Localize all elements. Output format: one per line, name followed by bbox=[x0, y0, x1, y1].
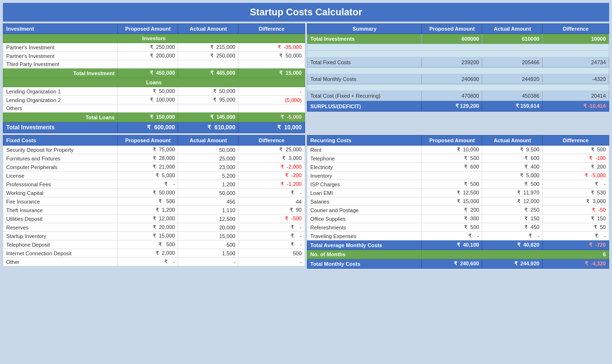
rc-avg-diff: ₹ -720 bbox=[543, 240, 609, 250]
rc-col2: Proposed Amount bbox=[422, 136, 482, 146]
investor1-proposed: ₹ 250,000 bbox=[118, 43, 178, 52]
total-investments-label: Total Investments bbox=[3, 122, 118, 133]
rc-col3: Actual Amount bbox=[482, 136, 543, 146]
table-row: Refereshments ₹ 500 ₹ 450 ₹ 50 bbox=[307, 223, 609, 232]
fc-col2: Proposed Amount bbox=[118, 136, 178, 146]
total-monthly-label: Total Monthly Costs bbox=[307, 259, 422, 269]
no-months-value: 6 bbox=[422, 250, 609, 259]
loan1-actual: ₹ 50,000 bbox=[178, 87, 238, 96]
table-row: Inventory ₹ 5,000 ₹ -5,000 bbox=[307, 171, 609, 180]
table-row: Loan EMI ₹ 12,500 ₹ 11,970 ₹ 530 bbox=[307, 189, 609, 197]
fc-col1: Fixed Costs bbox=[3, 136, 118, 146]
total-loans-row: Total Loans ₹ 150,000 ₹ 145,000 ₹ -5,000 bbox=[3, 113, 305, 122]
rc-avg-label: Total Average Monthly Costs bbox=[307, 240, 422, 250]
rc-total-avg-row: Total Average Monthly Costs ₹ 40,100 ₹ 4… bbox=[307, 240, 609, 250]
table-row: Theft Insurance ₹ 1,200 1,110 ₹ 90 bbox=[3, 206, 305, 215]
sum-mc-proposed: 240600 bbox=[422, 74, 482, 84]
recurring-costs-section: Recurring Costs Proposed Amount Actual A… bbox=[307, 135, 609, 269]
main-container: Startup Costs Calculator Investment Prop… bbox=[0, 0, 612, 272]
loan2-diff: (5,000) bbox=[238, 96, 305, 104]
table-row: Courier and Postage ₹ 200 ₹ 250 ₹ -50 bbox=[307, 206, 609, 215]
fixed-costs-body: Security Deposit for Property ₹ 75,000 5… bbox=[3, 146, 305, 266]
investment-header: Investment Proposed Amount Actual Amount… bbox=[3, 24, 305, 34]
summary-blank-row3 bbox=[307, 68, 609, 74]
table-row: Working Capital ₹ 50,000 50,000 ₹ - bbox=[3, 189, 305, 197]
investor3-actual bbox=[178, 60, 238, 68]
summary-total-cost: Total Cost (Fixed + Recurring) 470800 45… bbox=[307, 91, 609, 101]
total-monthly-proposed: ₹ 240,600 bbox=[422, 259, 482, 269]
summary-fixed-costs: Total Fixed Costs 239200 205466 24734 bbox=[307, 57, 609, 68]
investment-section: Investment Proposed Amount Actual Amount… bbox=[3, 23, 305, 133]
summary-col4: Difference bbox=[543, 24, 609, 34]
total-monthly-row: Total Monthly Costs ₹ 240,600 ₹ 244,920 … bbox=[307, 259, 609, 269]
summary-monthly-costs: Total Monthly Costs 240600 244920 -4320 bbox=[307, 74, 609, 84]
investor3-name: Third Party Investment bbox=[3, 60, 118, 68]
sum-ti-diff: 10000 bbox=[543, 34, 609, 44]
table-row: Utilities Deposit ₹ 12,000 12,500 ₹ -500 bbox=[3, 215, 305, 223]
table-row: Security Deposit for Property ₹ 75,000 5… bbox=[3, 146, 305, 154]
loan2-actual: ₹ 95,000 bbox=[178, 96, 238, 104]
table-row: Computer Peripherals ₹ 21,000 23,000 ₹ -… bbox=[3, 163, 305, 171]
total-monthly-actual: ₹ 244,920 bbox=[482, 259, 543, 269]
summary-total-investments: Total Investments 600000 610000 10000 bbox=[307, 34, 609, 44]
loan3-diff bbox=[238, 104, 305, 113]
investment-col4: Difference bbox=[238, 24, 305, 34]
bottom-section: Fixed Costs Proposed Amount Actual Amoun… bbox=[3, 135, 609, 269]
investment-col2: Proposed Amount bbox=[118, 24, 178, 34]
summary-header: Summary Proposed Amount Actual Amount Di… bbox=[307, 24, 609, 34]
investor2-name: Partner's Investment bbox=[3, 52, 118, 60]
sum-tc-actual: 450386 bbox=[482, 91, 543, 101]
sum-fc-actual: 205466 bbox=[482, 57, 543, 68]
table-row: Others bbox=[3, 104, 305, 113]
loan1-proposed: ₹ 50,000 bbox=[118, 87, 178, 96]
investor3-diff bbox=[238, 60, 305, 68]
total-investments-proposed: ₹ 600,000 bbox=[118, 122, 178, 133]
investor2-actual: ₹ 250,000 bbox=[178, 52, 238, 60]
summary-blank-row4 bbox=[307, 84, 609, 91]
investment-col3: Actual Amount bbox=[178, 24, 238, 34]
total-monthly-diff: ₹ -4,320 bbox=[543, 259, 609, 269]
loans-label: Loans bbox=[3, 78, 305, 87]
recurring-costs-table: Recurring Costs Proposed Amount Actual A… bbox=[307, 135, 609, 269]
summary-blank-row2 bbox=[307, 51, 609, 57]
investor1-diff: ₹ -35,000 bbox=[238, 43, 305, 52]
surplus-row: SURPLUS/(DEFICIT) ₹ 129,200 ₹ 159,614 ₹ … bbox=[307, 101, 609, 112]
sum-tc-name: Total Cost (Fixed + Recurring) bbox=[307, 91, 422, 101]
sum-ti-name: Total Investments bbox=[307, 34, 422, 44]
fc-col4: Difference bbox=[238, 136, 305, 146]
table-row: Startup Inventory ₹ 15,000 15,000 ₹ - bbox=[3, 232, 305, 240]
sum-mc-name: Total Monthly Costs bbox=[307, 74, 422, 84]
table-row: Lending Organization 2 ₹ 100,000 ₹ 95,00… bbox=[3, 96, 305, 104]
summary-col3: Actual Amount bbox=[482, 24, 543, 34]
loan1-name: Lending Organization 1 bbox=[3, 87, 118, 96]
total-loans-label: Total Loans bbox=[3, 113, 118, 122]
sum-ti-actual: 610000 bbox=[482, 34, 543, 44]
recurring-costs-body: Rent ₹ 10,000 ₹ 9,500 ₹ 500 Telephone ₹ … bbox=[307, 146, 609, 269]
table-row: Partner's Investment ₹ 250,000 ₹ 215,000… bbox=[3, 43, 305, 52]
summary-section: Summary Proposed Amount Actual Amount Di… bbox=[307, 23, 609, 133]
total-loans-diff: ₹ -5,000 bbox=[238, 113, 305, 122]
table-row: Other ₹ - - - bbox=[3, 258, 305, 266]
fixed-costs-table: Fixed Costs Proposed Amount Actual Amoun… bbox=[3, 135, 305, 266]
total-investment-row: Total Investment ₹ 450,000 ₹ 465,000 ₹ 1… bbox=[3, 68, 305, 78]
surplus-diff: ₹ -10,414 bbox=[543, 101, 609, 112]
total-investments-diff: ₹ 10,000 bbox=[238, 122, 305, 133]
fc-col3: Actual Amount bbox=[178, 136, 238, 146]
total-investment-label: Total Investment bbox=[3, 68, 118, 78]
investor2-proposed: ₹ 200,000 bbox=[118, 52, 178, 60]
table-row: Salaries ₹ 15,000 ₹ 12,000 ₹ 3,000 bbox=[307, 197, 609, 206]
investor1-actual: ₹ 215,000 bbox=[178, 43, 238, 52]
recurring-costs-header: Recurring Costs Proposed Amount Actual A… bbox=[307, 136, 609, 146]
fixed-costs-section: Fixed Costs Proposed Amount Actual Amoun… bbox=[3, 135, 305, 269]
investor1-name: Partner's Investment bbox=[3, 43, 118, 52]
table-row: Furnitures and Fixtures ₹ 28,000 25,000 … bbox=[3, 154, 305, 163]
table-row: Third Party Investment bbox=[3, 60, 305, 68]
loans-subheader: Loans bbox=[3, 78, 305, 87]
table-row: Rent ₹ 10,000 ₹ 9,500 ₹ 500 bbox=[307, 146, 609, 154]
total-investment-diff: ₹ 15,000 bbox=[238, 68, 305, 78]
total-investments-row: Total Investments ₹ 600,000 ₹ 610,000 ₹ … bbox=[3, 122, 305, 133]
sum-mc-actual: 244920 bbox=[482, 74, 543, 84]
summary-table: Summary Proposed Amount Actual Amount Di… bbox=[307, 23, 609, 112]
sum-fc-proposed: 239200 bbox=[422, 57, 482, 68]
loan1-diff: - bbox=[238, 87, 305, 96]
